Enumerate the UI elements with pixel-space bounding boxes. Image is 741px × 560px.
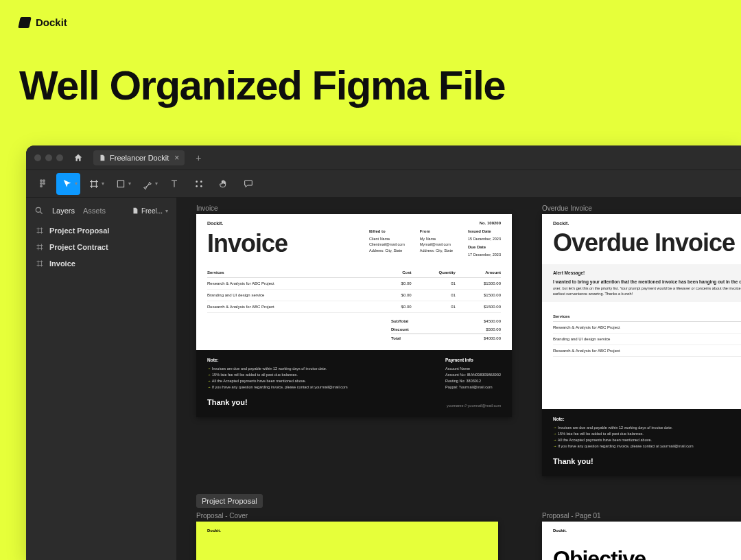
brand-logo-icon [18, 17, 31, 28]
svg-point-6 [196, 180, 198, 183]
minimize-dot[interactable] [45, 154, 52, 161]
svg-rect-5 [117, 180, 124, 187]
frame-label-proposal-cover[interactable]: Proposal - Cover [196, 512, 248, 520]
canvas[interactable]: Invoice Overdue Invoice Dockit. No. 1092… [177, 198, 741, 560]
hand-tool[interactable] [213, 173, 235, 195]
svg-rect-2 [40, 182, 43, 185]
tab-title: Freelancer Dockit [110, 154, 169, 162]
table-row: Branding and UI design service$0.0 [553, 334, 741, 345]
add-tab-button[interactable]: + [191, 152, 205, 163]
shape-tool[interactable]: ▾ [110, 173, 134, 195]
frame-tool[interactable]: ▾ [83, 173, 107, 195]
chevron-down-icon: ▾ [155, 180, 158, 187]
invoice-table: Services Cost Quantity Amount Research &… [207, 268, 501, 313]
frame-label-invoice[interactable]: Invoice [196, 205, 218, 212]
table-row: Branding and UI design service$0.0001$15… [207, 289, 501, 301]
brand-text: Dockit [36, 16, 67, 28]
thank-you: Thank you! [207, 397, 248, 409]
file-icon [99, 154, 106, 161]
layer-item-project-contract[interactable]: Project Contract [26, 239, 176, 255]
text-tool[interactable] [163, 173, 185, 195]
hero-title: Well Organized Figma File [0, 28, 741, 128]
layer-item-invoice[interactable]: Invoice [26, 255, 176, 272]
search-icon[interactable] [34, 206, 44, 215]
file-tab[interactable]: Freelancer Dockit × [93, 150, 185, 165]
table-row: Research & Analysis for ABC Project$0.00… [207, 277, 501, 289]
proposal-cover-frame[interactable]: Dockit. [196, 522, 498, 560]
table-row: Research & Analysis for ABC Project$0.0 [553, 322, 741, 334]
layers-tab[interactable]: Layers [52, 207, 75, 215]
brand: Dockit [19, 16, 722, 28]
move-tool[interactable]: ▾ [56, 173, 80, 195]
resources-tool[interactable] [188, 173, 210, 195]
chevron-down-icon: ▾ [128, 180, 131, 187]
layer-item-project-proposal[interactable]: Project Proposal [26, 222, 176, 239]
frame-icon [36, 226, 44, 235]
figma-window: Freelancer Dockit × + ▾ ▾ ▾ ▾ [26, 145, 741, 560]
table-row: Research & Analysis for ABC Project$0.00… [207, 301, 501, 312]
svg-rect-4 [40, 185, 43, 187]
titlebar: Freelancer Dockit × + [26, 145, 741, 170]
invoice-frame[interactable]: Dockit. No. 109200 Invoice Billed to Cli… [196, 214, 512, 417]
frame-label-proposal-page[interactable]: Proposal - Page 01 [542, 512, 601, 520]
chevron-down-icon: ▾ [102, 180, 104, 187]
overdue-title: Overdue Invoice [553, 229, 735, 257]
svg-point-3 [43, 182, 45, 185]
frame-icon [36, 243, 44, 251]
page-icon [132, 207, 139, 214]
overdue-invoice-frame[interactable]: Dockit. Overdue Invoice Billed to Client… [542, 214, 741, 476]
home-button[interactable] [70, 150, 86, 166]
svg-rect-0 [40, 179, 43, 182]
svg-rect-1 [43, 179, 45, 182]
page-selector[interactable]: Freel... ▾ [132, 207, 168, 215]
comment-tool[interactable] [237, 173, 259, 195]
pen-tool[interactable]: ▾ [137, 173, 161, 195]
section-project-proposal[interactable]: Project Proposal [196, 494, 263, 508]
toolbar: ▾ ▾ ▾ ▾ [26, 170, 741, 198]
invoice-number: No. 109200 [480, 221, 501, 225]
table-row: Research & Analysis for ABC Project$0.0 [553, 345, 741, 357]
chevron-down-icon: ▾ [165, 208, 168, 214]
close-dot[interactable] [34, 154, 41, 161]
invoice-title: Invoice [207, 229, 287, 258]
frame-icon [36, 259, 44, 268]
proposal-page-frame[interactable]: Dockit. Objective To [542, 522, 741, 560]
svg-point-9 [200, 185, 202, 187]
assets-tab[interactable]: Assets [83, 207, 106, 215]
overdue-table: Services Co Research & Analysis for ABC … [553, 312, 741, 357]
svg-point-10 [36, 207, 40, 212]
svg-point-8 [196, 185, 198, 187]
layers-panel: Layers Assets Freel... ▾ Project Proposa… [26, 198, 177, 560]
maximize-dot[interactable] [56, 154, 63, 161]
invoice-brand: Dockit. [207, 221, 223, 226]
traffic-lights [34, 154, 63, 161]
svg-point-7 [200, 180, 202, 183]
chevron-down-icon: ▾ [75, 180, 78, 187]
frame-label-overdue[interactable]: Overdue Invoice [542, 205, 592, 212]
close-tab-icon[interactable]: × [174, 153, 179, 163]
figma-menu-icon[interactable] [32, 173, 54, 195]
